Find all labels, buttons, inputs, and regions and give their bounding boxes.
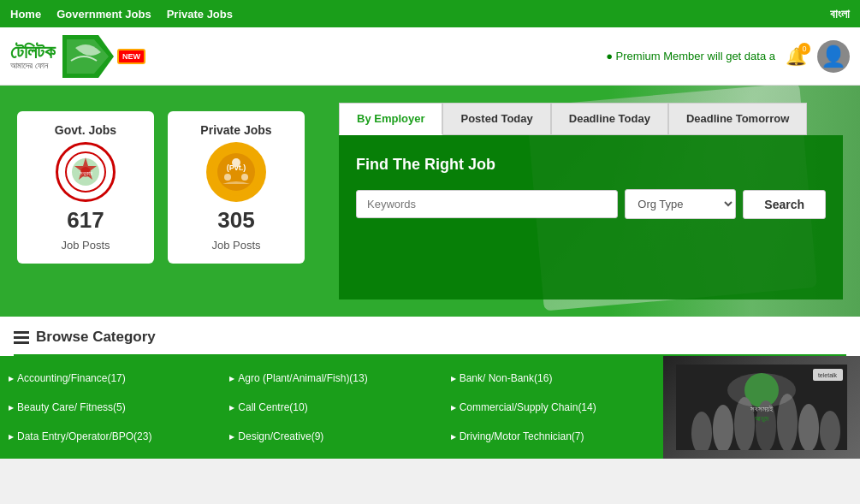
bell-badge: 0 xyxy=(798,43,810,55)
browse-title-text: Browse Category xyxy=(36,329,156,346)
svg-point-21 xyxy=(727,373,796,407)
hero-section: Govt. Jobs সরকার 617 Job Posts Private J… xyxy=(0,86,860,317)
category-item-1[interactable]: Beauty Care/ Fitness(5) xyxy=(9,397,212,418)
svg-text:teletalk: teletalk xyxy=(818,372,838,378)
logo-sub: আমাদের ফোন xyxy=(10,62,56,70)
private-jobs-posts-label: Job Posts xyxy=(211,239,260,252)
govt-icon: সরকার xyxy=(56,142,116,202)
user-avatar[interactable]: 👤 xyxy=(817,40,850,73)
category-item-5[interactable]: Design/Creative(9) xyxy=(229,426,433,447)
logo-icon xyxy=(62,35,114,78)
category-item-3[interactable]: Agro (Plant/Animal/Fish)(13) xyxy=(229,368,433,388)
tab-by-employer[interactable]: By Employer xyxy=(339,103,442,135)
private-jobs-count: 305 xyxy=(217,207,254,234)
logo-area: টেলিটক আমাদের ফোন NEW xyxy=(10,35,145,78)
govt-jobs-count: 617 xyxy=(67,207,104,234)
svg-point-19 xyxy=(798,404,819,450)
site-header: টেলিটক আমাদের ফোন NEW ● Premium Member w… xyxy=(0,27,860,86)
hero-right: By Employer Posted Today Deadline Today … xyxy=(322,86,860,317)
browse-icon xyxy=(14,331,29,344)
top-navigation: Home Government Jobs Private Jobs বাংলা xyxy=(0,0,860,27)
search-panel: Find The Right Job Org Type Government P… xyxy=(339,135,843,299)
tab-posted-today[interactable]: Posted Today xyxy=(442,103,550,135)
tabs-row: By Employer Posted Today Deadline Today … xyxy=(339,103,843,135)
premium-text: ● Premium Member will get data a xyxy=(606,50,775,62)
svg-point-9 xyxy=(232,158,240,167)
svg-text:আনন্দে: আনন্দে xyxy=(755,415,769,423)
header-right: ● Premium Member will get data a 🔔 0 👤 xyxy=(606,40,850,73)
private-jobs-title: Private Jobs xyxy=(200,123,271,137)
nav-home[interactable]: Home xyxy=(10,8,41,21)
nav-private-jobs[interactable]: Private Jobs xyxy=(167,8,233,21)
svg-point-20 xyxy=(820,411,840,450)
category-item-7[interactable]: Commercial/Supply Chain(14) xyxy=(451,397,655,418)
govt-jobs-card[interactable]: Govt. Jobs সরকার 617 Job Posts xyxy=(17,111,154,264)
org-type-select[interactable]: Org Type Government Private NGO Bank xyxy=(625,189,736,219)
svg-text:সবসময়ই: সবসময়ই xyxy=(750,405,774,413)
svg-point-11 xyxy=(241,174,248,181)
advertisement-banner: সবসময়ই আনন্দে teletalk xyxy=(663,356,860,459)
job-cards: Govt. Jobs সরকার 617 Job Posts Private J… xyxy=(0,86,322,317)
govt-jobs-posts-label: Job Posts xyxy=(61,239,110,252)
tab-deadline-tomorrow[interactable]: Deadline Tomorrow xyxy=(668,103,807,135)
bell-icon-wrapper[interactable]: 🔔 0 xyxy=(786,46,807,67)
svg-text:সরকার: সরকার xyxy=(80,170,92,176)
category-item-2[interactable]: Data Entry/Operator/BPO(23) xyxy=(9,426,212,447)
category-item-4[interactable]: Call Centre(10) xyxy=(229,397,433,418)
govt-jobs-title: Govt. Jobs xyxy=(55,123,116,137)
category-item-6[interactable]: Bank/ Non-Bank(16) xyxy=(451,368,655,388)
category-grid: Accounting/Finance(17) Agro (Plant/Anima… xyxy=(0,356,860,459)
language-switcher[interactable]: বাংলা xyxy=(830,7,850,21)
logo-main: টেলিটক xyxy=(10,43,56,62)
private-jobs-card[interactable]: Private Jobs (Pvt.) 305 Job Posts xyxy=(168,111,305,264)
ad-content: সবসময়ই আনন্দে teletalk xyxy=(663,356,860,459)
tab-deadline-today[interactable]: Deadline Today xyxy=(551,103,668,135)
category-item-8[interactable]: Driving/Motor Technician(7) xyxy=(451,426,655,447)
browse-title: Browse Category xyxy=(14,329,846,356)
search-title: Find The Right Job xyxy=(356,156,826,174)
search-row: Org Type Government Private NGO Bank Sea… xyxy=(356,189,826,219)
category-list: Accounting/Finance(17) Agro (Plant/Anima… xyxy=(0,356,663,459)
category-item-0[interactable]: Accounting/Finance(17) xyxy=(9,368,212,388)
search-button[interactable]: Search xyxy=(743,190,826,219)
pvt-icon: (Pvt.) xyxy=(206,142,266,202)
ad-image: সবসময়ই আনন্দে teletalk xyxy=(676,365,847,450)
new-badge: NEW xyxy=(117,49,145,64)
nav-links: Home Government Jobs Private Jobs xyxy=(10,8,233,21)
nav-govt-jobs[interactable]: Government Jobs xyxy=(56,8,151,21)
keywords-input[interactable] xyxy=(356,190,618,218)
browse-section: Browse Category xyxy=(0,317,860,356)
svg-point-10 xyxy=(224,174,231,181)
